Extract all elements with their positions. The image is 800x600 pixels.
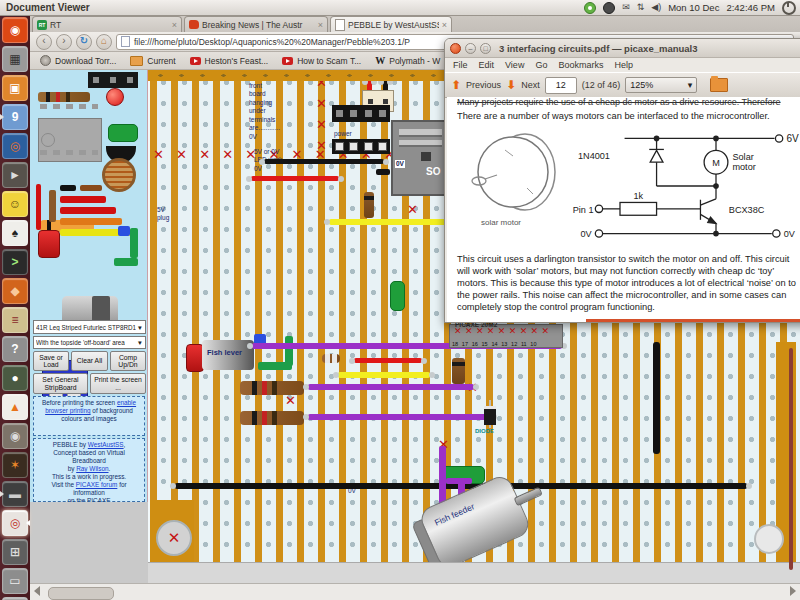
area-select[interactable]: With the topside 'off-board' area ▼ [33, 336, 146, 349]
launcher-webcam[interactable]: ◉ [2, 423, 28, 449]
tab-breaking-news[interactable]: Breaking News | The Austr × [184, 16, 328, 32]
launcher-terminal[interactable]: > [2, 249, 28, 275]
picaxe-chip[interactable]: PICAXE 20M2 ✕✕✕✕✕✕✕✕✕ 18 17 16 15 14 13 … [449, 324, 563, 348]
network-sync-icon[interactable]: ⇅ [637, 0, 645, 15]
ray-wilson-link[interactable]: Ray Wilson [76, 465, 108, 472]
close-button[interactable] [450, 43, 461, 54]
bookmark-polymath[interactable]: WPolymath - W [375, 55, 440, 66]
bookmark-hestons-feast[interactable]: Heston's Feast... [190, 56, 269, 66]
purple-wire-2[interactable] [308, 384, 474, 390]
previous-icon[interactable]: ⬆ [451, 78, 461, 92]
picaxe-forum-link[interactable]: PICAXE forum [76, 481, 118, 488]
indicator-icon[interactable] [603, 2, 615, 14]
launcher-calculator[interactable]: ▦ [2, 46, 28, 72]
back-button[interactable]: ‹ [36, 34, 52, 50]
launcher-software-center[interactable]: ◆ [2, 278, 28, 304]
clock-time[interactable]: 2:42:46 PM [726, 2, 775, 13]
launcher-text-document[interactable]: ≡ [2, 307, 28, 333]
url-text[interactable]: file:///home/pluto/Desktop/Aquaponics%20… [134, 37, 410, 47]
forward-button[interactable]: › [56, 34, 72, 50]
palette-led-red[interactable] [106, 88, 124, 106]
vertical-resistor-1[interactable] [364, 192, 374, 218]
save-load-button[interactable]: Save or Load [33, 351, 69, 371]
chat-status-icon[interactable] [584, 2, 596, 14]
tab-close-icon[interactable]: × [172, 20, 177, 30]
volume-icon[interactable]: ◀) [651, 0, 661, 15]
black-jumper-wire[interactable] [264, 159, 384, 164]
minimize-button[interactable]: – [465, 43, 476, 54]
clock-date[interactable]: Mon 10 Dec [668, 2, 719, 13]
palette-header-connector[interactable] [88, 72, 138, 88]
board-type-select[interactable]: 41R Leg Striped Futurlec STP8RD1 ▼ [33, 320, 146, 334]
launcher-blue-app[interactable]: 9 [2, 104, 28, 130]
menu-file[interactable]: File [453, 60, 468, 70]
menu-edit[interactable]: Edit [479, 60, 495, 70]
menu-view[interactable]: View [505, 60, 524, 70]
diode-vertical[interactable] [484, 400, 496, 428]
palette-wire-blue[interactable] [118, 226, 130, 236]
resistor-2[interactable] [240, 411, 304, 425]
yellow-jumper-wire-1[interactable] [329, 219, 459, 225]
palette-bar-black[interactable] [60, 185, 76, 191]
track-cut-mark[interactable]: ✕ [285, 394, 296, 407]
westaustss-link[interactable]: WestAustSS [88, 441, 124, 448]
palette-bar-brown[interactable] [80, 185, 102, 191]
open-folder-icon[interactable] [710, 78, 728, 92]
launcher-help[interactable]: ? [2, 336, 28, 362]
launcher-file-manager[interactable]: ▣ [2, 75, 28, 101]
palette-ic-chip[interactable] [38, 118, 102, 162]
bookmark-download[interactable]: Download Torr... [40, 55, 116, 66]
resistor-1[interactable] [240, 381, 304, 395]
red-jumper-wire[interactable] [251, 176, 339, 181]
launcher-golf-game[interactable]: ● [2, 365, 28, 391]
launcher-firefox[interactable]: ◎ [2, 133, 28, 159]
launcher-butterfly-app[interactable]: ✶ [2, 452, 28, 478]
set-stripboard-button[interactable]: Set General StripBoard [33, 373, 88, 394]
comp-updn-button[interactable]: Comp Up/Dn [110, 351, 146, 371]
palette-green-component[interactable] [108, 124, 138, 142]
previous-button[interactable]: Previous [466, 80, 501, 90]
black-header-top[interactable] [332, 105, 390, 122]
pdf-horizontal-scrollbar[interactable] [586, 319, 800, 322]
launcher-workspace-switcher[interactable]: ⊞ [2, 539, 28, 565]
launcher-vlc[interactable]: ▲ [2, 394, 28, 420]
launcher-dock-settings[interactable]: ▬ [2, 481, 28, 507]
horizontal-scrollbar[interactable] [30, 583, 800, 600]
tab-rt[interactable]: RT RT × [32, 16, 182, 32]
print-screen-button[interactable]: Print the screen ... [90, 373, 146, 394]
launcher-document-viewer-active[interactable]: ◎ [2, 510, 28, 536]
menu-bookmarks[interactable]: Bookmarks [558, 60, 603, 70]
track-cut-mark[interactable]: ✕ [407, 203, 418, 216]
session-gear-icon[interactable] [782, 1, 796, 15]
tab-pebble[interactable]: PEBBLE by WestAustSS × [330, 16, 452, 32]
page-number-input[interactable]: 12 [545, 77, 577, 94]
maximize-button[interactable]: □ [480, 43, 491, 54]
zoom-select[interactable]: 125% ▾ [625, 77, 697, 93]
scroll-thumb[interactable] [48, 587, 114, 600]
red-wire-2[interactable] [354, 358, 422, 363]
tab-close-icon[interactable]: × [442, 20, 447, 30]
next-icon[interactable]: ⬇ [506, 78, 516, 92]
launcher-video-player[interactable]: ► [2, 162, 28, 188]
palette-bar-red[interactable] [60, 196, 106, 203]
launcher-smiley-game[interactable]: ☺ [2, 191, 28, 217]
small-diode[interactable] [322, 354, 340, 363]
black-wire-vertical[interactable] [653, 342, 660, 454]
scroll-right-arrow[interactable] [790, 586, 796, 596]
palette-wire-green-h[interactable] [114, 258, 138, 266]
black-header-power[interactable] [332, 139, 390, 154]
green-wire-horizontal[interactable] [258, 362, 292, 370]
menu-help[interactable]: Help [614, 60, 633, 70]
overlay-scrollbar-vertical[interactable] [789, 348, 793, 570]
palette-resistor[interactable] [38, 92, 90, 102]
next-button[interactable]: Next [521, 80, 540, 90]
pdf-titlebar[interactable]: – □ 3 interfacing circuits.pdf — picaxe_… [445, 39, 800, 58]
menu-go[interactable]: Go [535, 60, 547, 70]
reload-button[interactable]: ↻ [76, 34, 92, 50]
palette-pushbutton[interactable] [38, 230, 60, 258]
clear-all-button[interactable]: Clear All [71, 351, 108, 371]
palette-bar-orange[interactable] [60, 218, 122, 225]
bookmark-how-to-scam[interactable]: How to Scam T... [282, 56, 361, 66]
bookmark-current[interactable]: Current [130, 56, 175, 66]
purple-wire-motor-3[interactable] [446, 478, 472, 484]
